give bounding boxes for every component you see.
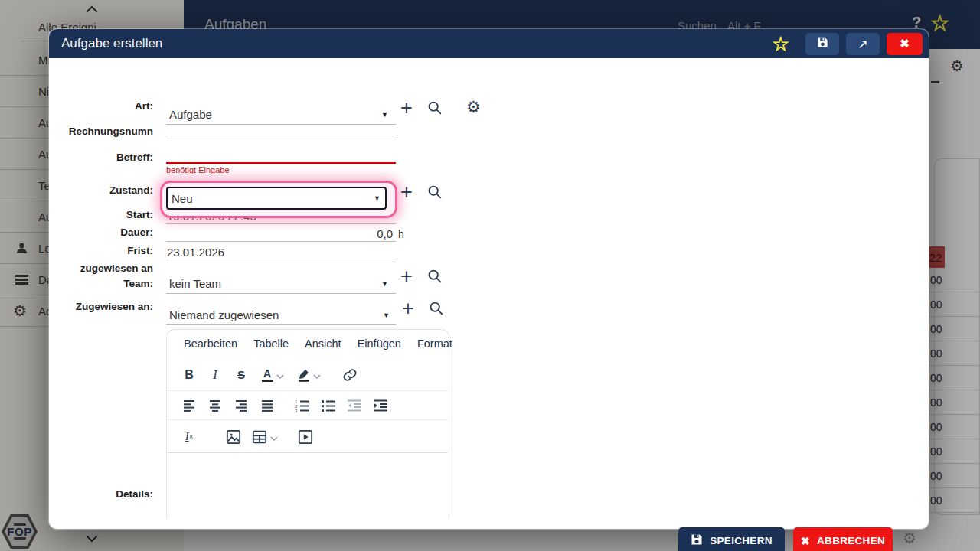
menu-bearbeiten[interactable]: Bearbeiten <box>184 337 237 350</box>
zugewiesen-label: Zugewiesen an: <box>54 301 153 312</box>
start-label: Start: <box>54 209 153 220</box>
editor-toolbar-row-3: I× <box>168 421 448 453</box>
field-underline <box>166 293 396 294</box>
frist-label: Frist: <box>54 245 153 256</box>
link-icon[interactable] <box>342 365 358 385</box>
zustand-select[interactable]: Neu ▼ <box>166 187 387 210</box>
search-icon[interactable] <box>427 269 443 287</box>
field-underline <box>166 241 396 242</box>
art-select-value[interactable]: Aufgabe <box>169 108 212 121</box>
highlight-color-icon[interactable] <box>296 365 312 385</box>
close-icon: ✖ <box>900 37 910 51</box>
menu-einfuegen[interactable]: Einfügen <box>358 337 401 350</box>
betreff-input-invalid[interactable] <box>166 162 396 164</box>
chevron-down-icon[interactable] <box>270 430 278 444</box>
menu-tabelle[interactable]: Tabelle <box>253 337 289 350</box>
add-icon[interactable]: + <box>400 98 413 119</box>
field-underline <box>166 223 396 224</box>
insert-table-icon[interactable] <box>252 427 267 447</box>
rechnungsnummer-input[interactable] <box>166 139 396 139</box>
menu-ansicht[interactable]: Ansicht <box>305 337 341 350</box>
dauer-label: Dauer: <box>54 227 153 238</box>
team-select-value[interactable]: kein Team <box>169 277 221 290</box>
zugewiesen-select-value[interactable]: Niemand zugewiesen <box>169 308 279 321</box>
close-icon: ✖ <box>801 535 810 547</box>
gear-icon[interactable]: ⚙ <box>466 98 481 116</box>
open-in-window-button[interactable]: ↗ <box>846 33 880 55</box>
align-right-icon[interactable] <box>234 396 249 416</box>
align-center-icon[interactable] <box>207 396 223 416</box>
search-icon[interactable] <box>427 184 443 203</box>
add-icon[interactable]: + <box>400 182 413 203</box>
details-label: Details: <box>54 488 153 500</box>
details-richtext-editor[interactable]: Bearbeiten Tabelle Ansicht Einfügen Form… <box>166 329 449 519</box>
team-label-line1: zugewiesen an <box>54 262 153 274</box>
clear-formatting-icon[interactable]: I× <box>181 427 197 447</box>
favorite-star-icon[interactable]: ☆ <box>773 34 789 54</box>
dauer-input-value[interactable]: 0,0 <box>166 227 393 240</box>
chevron-down-icon: ▼ <box>374 194 381 202</box>
editor-content-area[interactable] <box>168 454 448 519</box>
editor-toolbar-row-2: 123 <box>168 392 448 420</box>
gear-icon[interactable]: ⚙ <box>903 529 916 547</box>
indent-icon[interactable] <box>373 396 388 416</box>
editor-menubar: Bearbeiten Tabelle Ansicht Einfügen Form… <box>184 337 452 350</box>
align-left-icon[interactable] <box>181 396 197 416</box>
numbered-list-icon[interactable]: 123 <box>295 396 310 416</box>
expand-arrow-icon: ↗ <box>858 37 867 51</box>
chevron-down-icon[interactable] <box>313 368 321 382</box>
betreff-label: Betreff: <box>54 152 153 163</box>
rechnungsnummer-label: Rechnungsnumn <box>54 126 153 137</box>
strikethrough-icon[interactable]: S <box>234 365 249 385</box>
outdent-icon <box>347 396 362 416</box>
insert-image-icon[interactable] <box>226 427 241 447</box>
editor-toolbar-row-1: B I S A <box>168 359 448 391</box>
abbrechen-button[interactable]: ✖ ABBRECHEN <box>793 527 893 551</box>
validation-error: benötigt Eingabe <box>166 165 230 174</box>
chevron-down-icon[interactable] <box>276 368 284 382</box>
align-justify-icon[interactable] <box>260 396 275 416</box>
team-label-line2: Team: <box>54 278 153 289</box>
art-label: Art: <box>54 100 153 112</box>
bullet-list-icon[interactable] <box>321 396 336 416</box>
insert-media-icon[interactable] <box>298 427 313 447</box>
speichern-button[interactable]: SPEICHERN <box>678 527 785 551</box>
speichern-label: SPEICHERN <box>710 535 772 546</box>
screen: Alle Ereigni Mi Ni Au Au Te Au Let Da ⚙ … <box>0 0 980 551</box>
add-icon[interactable]: + <box>402 298 414 319</box>
zustand-select-value: Neu <box>172 192 374 205</box>
save-floppy-icon <box>817 37 828 51</box>
dialog-titlebar: Aufgabe erstellen ☆ ↗ ✖ <box>49 29 929 58</box>
frist-input-value[interactable]: 23.01.2026 <box>167 246 224 259</box>
svg-text:3: 3 <box>295 409 298 412</box>
italic-icon[interactable]: I <box>207 365 223 385</box>
dialog-title: Aufgabe erstellen <box>61 36 162 51</box>
add-icon[interactable]: + <box>400 266 413 287</box>
create-task-dialog: Aufgabe erstellen ☆ ↗ ✖ Art: Aufgabe ▼ + <box>49 29 929 529</box>
close-button[interactable]: ✖ <box>887 33 923 55</box>
chevron-down-icon[interactable]: ▼ <box>381 280 388 288</box>
chevron-down-icon[interactable]: ▼ <box>381 111 388 119</box>
field-underline <box>166 124 396 125</box>
save-floppy-icon <box>691 533 703 548</box>
search-icon[interactable] <box>429 301 444 319</box>
save-button[interactable] <box>805 33 839 55</box>
bold-icon[interactable]: B <box>181 365 197 385</box>
field-underline <box>166 324 396 325</box>
dialog-body: Art: Aufgabe ▼ + ⚙ Rechnungsnumn Betreff… <box>49 58 929 529</box>
zustand-label: Zustand: <box>54 184 153 196</box>
field-underline <box>166 262 396 262</box>
chevron-down-icon[interactable]: ▼ <box>383 311 390 319</box>
menu-format[interactable]: Format <box>417 337 452 350</box>
dauer-unit: h <box>398 228 404 240</box>
search-icon[interactable] <box>427 100 443 119</box>
text-color-icon[interactable]: A <box>260 365 275 385</box>
abbrechen-label: ABBRECHEN <box>817 535 885 546</box>
